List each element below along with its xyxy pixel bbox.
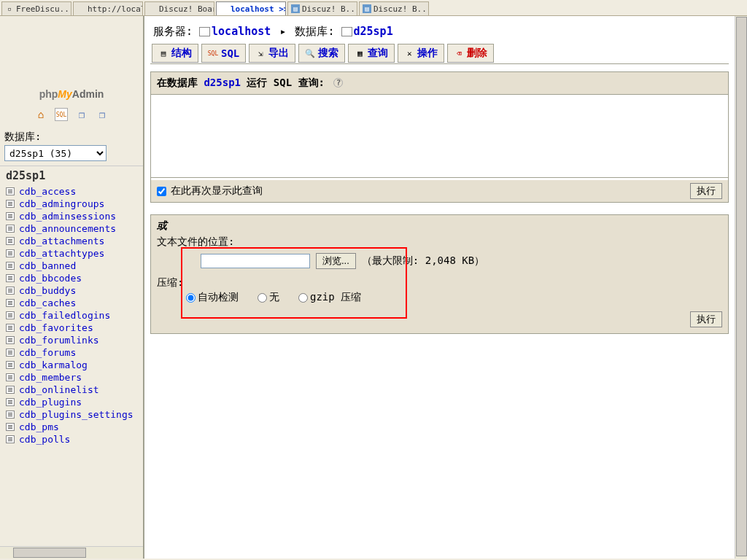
table-link[interactable]: cdb_adminsessions — [19, 211, 116, 222]
table-row[interactable]: cdb_attachtypes — [1, 247, 142, 260]
sql-header-suffix: 运行 SQL 查询: — [241, 77, 325, 88]
table-row[interactable]: cdb_forums — [1, 346, 142, 359]
table-row[interactable]: cdb_plugins_settings — [1, 408, 142, 421]
table-row[interactable]: cdb_plugins — [1, 396, 142, 408]
radio-none-label[interactable]: 无 — [258, 291, 279, 304]
show-query-again-label[interactable]: 在此再次显示此查询 — [157, 184, 263, 198]
tab-sql[interactable]: SQLSQL — [201, 44, 246, 63]
table-row[interactable]: cdb_polls — [1, 433, 142, 446]
table-icon — [6, 237, 15, 245]
tab-operations[interactable]: ✕操作 — [398, 44, 444, 63]
tab-structure[interactable]: ▤结构 — [152, 44, 198, 63]
table-link[interactable]: cdb_announcements — [19, 223, 116, 234]
table-link[interactable]: cdb_caches — [19, 298, 76, 308]
table-link[interactable]: cdb_onlinelist — [19, 384, 99, 395]
table-row[interactable]: cdb_members — [1, 371, 142, 384]
tab-label: Discuz! B... — [302, 4, 357, 14]
db-select[interactable]: d25sp1 (35) — [4, 145, 107, 161]
breadcrumb-db-link[interactable]: d25sp1 — [354, 25, 393, 38]
table-row[interactable]: cdb_bbcodes — [1, 272, 142, 284]
table-icon — [6, 212, 15, 220]
browser-tab[interactable]: ▤Discuz! B... — [287, 1, 357, 15]
table-link[interactable]: cdb_forums — [19, 347, 76, 358]
main-vertical-scrollbar[interactable] — [735, 16, 747, 559]
table-link[interactable]: cdb_favorites — [19, 322, 93, 333]
breadcrumb-server-link[interactable]: localhost — [212, 25, 271, 38]
table-link[interactable]: cdb_members — [19, 372, 82, 383]
file-execute-button[interactable]: 执行 — [690, 311, 722, 327]
sql-textarea[interactable] — [151, 94, 728, 178]
tab-structure-label: 结构 — [171, 47, 192, 60]
table-row[interactable]: cdb_admingroups — [1, 198, 142, 210]
radio-autodetect-label[interactable]: 自动检测 — [186, 291, 239, 304]
query-window-icon[interactable]: ❐ — [96, 108, 109, 121]
table-link[interactable]: cdb_banned — [19, 260, 76, 271]
sidebar-horizontal-scrollbar[interactable] — [0, 546, 143, 559]
table-link[interactable]: cdb_attachtypes — [19, 248, 104, 259]
tab-drop[interactable]: ⌫删除 — [447, 44, 494, 63]
table-link[interactable]: cdb_bbcodes — [19, 273, 82, 284]
browser-tab[interactable]: ▫FreeDiscu... — [1, 1, 71, 15]
server-icon — [199, 27, 210, 36]
home-icon[interactable]: ⌂ — [34, 108, 47, 121]
blank-icon — [220, 4, 228, 13]
docs-icon[interactable]: ❐ — [75, 108, 88, 121]
help-icon[interactable]: ? — [333, 78, 343, 88]
tab-query[interactable]: ▦查询 — [348, 44, 395, 63]
radio-none[interactable] — [258, 293, 267, 303]
table-link[interactable]: cdb_attachments — [19, 236, 104, 246]
table-row[interactable]: cdb_karmalog — [1, 359, 142, 371]
table-link[interactable]: cdb_failedlogins — [19, 310, 110, 321]
sql-header-dbname[interactable]: d25sp1 — [204, 77, 241, 88]
table-row[interactable]: cdb_attachments — [1, 235, 142, 247]
table-link[interactable]: cdb_access — [19, 186, 76, 197]
show-query-again-checkbox[interactable] — [157, 187, 166, 196]
tab-search[interactable]: 🔍搜索 — [298, 44, 345, 63]
table-row[interactable]: cdb_forumlinks — [1, 334, 142, 346]
blank-icon — [77, 4, 85, 13]
table-row[interactable]: cdb_announcements — [1, 222, 142, 235]
tree-db-title[interactable]: d25sp1 — [1, 169, 142, 182]
table-row[interactable]: cdb_buddys — [1, 284, 142, 297]
table-row[interactable]: cdb_onlinelist — [1, 384, 142, 396]
sql-panel: 在数据库 d25sp1 运行 SQL 查询: ? 在此再次显示此查询 执行 — [150, 71, 729, 203]
blank-icon — [148, 4, 157, 13]
radio-gzip[interactable] — [298, 293, 308, 303]
file-location-label: 文本文件的位置: — [157, 236, 722, 249]
export-icon: ⇲ — [255, 48, 266, 58]
table-icon — [6, 324, 15, 332]
sql-execute-button[interactable]: 执行 — [690, 183, 722, 199]
table-row[interactable]: cdb_failedlogins — [1, 309, 142, 322]
scrollbar-thumb[interactable] — [13, 548, 86, 558]
table-row[interactable]: cdb_caches — [1, 297, 142, 309]
browser-tab[interactable]: Discuz! Boar... — [144, 1, 214, 15]
table-row[interactable]: cdb_adminsessions — [1, 210, 142, 222]
search-icon: 🔍 — [305, 48, 315, 58]
table-link[interactable]: cdb_forumlinks — [19, 335, 99, 346]
table-link[interactable]: cdb_admingroups — [19, 198, 104, 209]
db-tree[interactable]: d25sp1 cdb_accesscdb_admingroupscdb_admi… — [0, 166, 143, 546]
radio-gzip-label[interactable]: gzip 压缩 — [298, 291, 361, 304]
table-link[interactable]: cdb_buddys — [19, 285, 76, 296]
table-link[interactable]: cdb_karmalog — [19, 359, 88, 370]
top-tabs: ▤结构 SQLSQL ⇲导出 🔍搜索 ▦查询 ✕操作 ⌫删除 — [150, 43, 729, 64]
table-row[interactable]: cdb_access — [1, 185, 142, 198]
radio-autodetect[interactable] — [186, 293, 196, 303]
table-row[interactable]: cdb_favorites — [1, 322, 142, 334]
scrollbar-thumb[interactable] — [736, 17, 747, 556]
table-row[interactable]: cdb_banned — [1, 260, 142, 272]
table-link[interactable]: cdb_polls — [19, 434, 70, 445]
table-link[interactable]: cdb_pms — [19, 421, 59, 432]
table-icon — [6, 249, 15, 257]
table-row[interactable]: cdb_pms — [1, 421, 142, 433]
file-path-input[interactable] — [201, 254, 310, 268]
sql-icon[interactable]: SQL — [55, 108, 68, 121]
pma-icon: ▤ — [363, 4, 371, 13]
tab-export[interactable]: ⇲导出 — [249, 44, 295, 63]
browse-button[interactable]: 浏览... — [316, 253, 356, 269]
browser-tab-active[interactable]: localhost >>... — [216, 1, 286, 15]
table-link[interactable]: cdb_plugins — [19, 397, 82, 408]
browser-tab[interactable]: http://local... — [73, 1, 143, 15]
browser-tab[interactable]: ▤Discuz! B... — [359, 1, 429, 15]
table-link[interactable]: cdb_plugins_settings — [19, 409, 133, 420]
